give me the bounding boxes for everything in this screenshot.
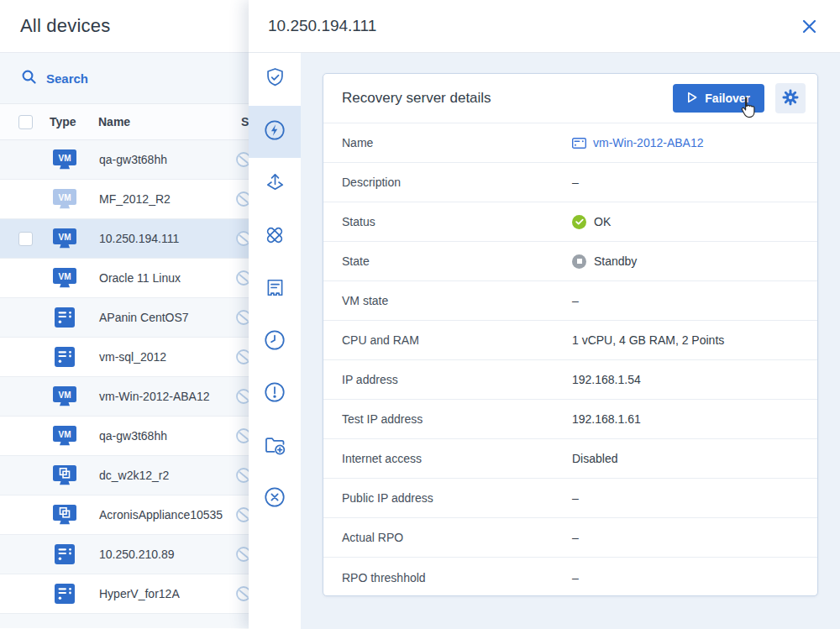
device-name: dc_w2k12_r2: [99, 469, 169, 482]
device-name: qa-gw3t68hh: [99, 429, 167, 443]
device-name: 10.250.194.111: [99, 232, 179, 245]
vm-icon: VM: [50, 425, 79, 447]
field-label: RPO threshhold: [342, 571, 572, 584]
svg-text:VM: VM: [59, 193, 71, 202]
device-detail-panel: 10.250.194.111 Recovery server details: [249, 0, 840, 629]
field-label: Actual RPO: [342, 531, 572, 544]
detail-panel-title: 10.250.194.111: [268, 17, 800, 35]
action-rail: [249, 53, 301, 629]
field-label: Status: [342, 215, 572, 228]
rail-item-delete[interactable]: [249, 473, 301, 526]
server-icon: [50, 307, 79, 328]
shield-check-icon: [264, 66, 286, 92]
svg-text:VM: VM: [59, 430, 71, 439]
page-title: All devices: [20, 15, 110, 37]
field-label: State: [342, 254, 572, 268]
rail-item-crossed-capsules[interactable]: [249, 211, 301, 264]
field-value: –: [572, 294, 579, 307]
standby-status-icon: [572, 254, 586, 269]
rail-item-alert[interactable]: [249, 368, 301, 421]
alert-icon: [263, 380, 286, 407]
field-row: Description–: [323, 163, 817, 202]
select-all-checkbox[interactable]: [18, 115, 33, 129]
add-folder-icon: [263, 433, 286, 460]
delete-icon: [263, 485, 286, 512]
rail-item-clock[interactable]: [249, 316, 301, 369]
vm-icon: VM: [50, 228, 79, 249]
vm-icon: VM: [50, 267, 79, 289]
row-checkbox[interactable]: [18, 232, 33, 246]
field-row: IP address192.168.1.54: [323, 360, 817, 400]
device-name: qa-gw3t68hh: [99, 153, 167, 166]
svg-text:VM: VM: [59, 391, 71, 400]
svg-text:VM: VM: [59, 154, 71, 163]
field-row: Public IP address–: [323, 479, 817, 518]
svg-text:VM: VM: [59, 233, 71, 242]
settings-button[interactable]: [775, 83, 806, 113]
search-label: Search: [46, 71, 88, 86]
rail-item-plan-document[interactable]: [249, 263, 301, 316]
ok-status-icon: [572, 215, 586, 229]
field-value: 192.168.1.54: [572, 373, 641, 386]
vm-icon: VM: [50, 385, 79, 407]
field-value: 1 vCPU, 4 GB RAM, 2 Points: [572, 333, 724, 347]
server-icon: [50, 346, 79, 368]
appliance-icon: [50, 464, 79, 486]
device-name: vm-Win-2012-ABA12: [99, 390, 210, 403]
card-header: Recovery server details Failover: [323, 74, 817, 123]
vm-icon: VM: [50, 188, 79, 210]
crossed-capsules-icon: [263, 223, 286, 250]
rail-item-lightning[interactable]: [249, 106, 301, 159]
field-row: VM state–: [323, 281, 817, 321]
card-title: Recovery server details: [342, 90, 673, 107]
device-name: 10.250.210.89: [99, 548, 175, 561]
gear-icon: [781, 88, 800, 109]
clock-icon: [263, 328, 286, 355]
server-name-link[interactable]: vm-Win-2012-ABA12: [572, 136, 704, 149]
field-label: Description: [342, 176, 572, 189]
recovery-server-icon: [572, 138, 586, 149]
rail-item-recovery[interactable]: [249, 158, 301, 211]
close-icon[interactable]: [800, 17, 818, 35]
device-name: vm-sql_2012: [99, 350, 166, 364]
field-value: –: [572, 491, 579, 505]
detail-content: Recovery server details Failover: [301, 53, 840, 629]
field-row: Internet accessDisabled: [323, 439, 817, 479]
field-label: Internet access: [342, 452, 572, 465]
field-row: Test IP address192.168.1.61: [323, 400, 817, 439]
field-row: Actual RPO–: [323, 518, 817, 558]
device-name: MF_2012_R2: [99, 192, 171, 206]
field-label: Name: [342, 136, 572, 149]
field-row: StatusOK: [323, 202, 817, 242]
rail-item-shield-check[interactable]: [249, 53, 301, 106]
field-rows: Namevm-Win-2012-ABA12Description–StatusO…: [323, 123, 817, 596]
rail-item-add-folder[interactable]: [249, 421, 301, 474]
detail-panel-header: 10.250.194.111: [249, 0, 840, 53]
field-label: CPU and RAM: [342, 333, 572, 347]
state-value: Standby: [572, 254, 637, 269]
field-value: –: [572, 176, 579, 189]
appliance-icon: [50, 504, 79, 526]
server-icon: [50, 543, 79, 565]
field-value: 192.168.1.61: [572, 412, 641, 426]
recovery-server-card: Recovery server details Failover: [323, 73, 818, 596]
plan-document-icon: [264, 276, 286, 302]
field-label: Public IP address: [342, 491, 572, 505]
column-header-type: Type: [50, 115, 98, 128]
failover-button[interactable]: Failover: [673, 84, 764, 113]
recovery-icon: [264, 171, 286, 197]
server-icon: [50, 583, 79, 605]
device-name: HyperV_for12A: [99, 587, 180, 600]
device-name: AcronisAppliance10535: [99, 508, 223, 522]
field-row: CPU and RAM1 vCPU, 4 GB RAM, 2 Points: [323, 321, 817, 360]
failover-label: Failover: [705, 92, 750, 105]
search-icon: [21, 69, 37, 88]
svg-text:VM: VM: [59, 272, 71, 281]
field-row: RPO threshhold–: [323, 558, 817, 596]
detail-panel-body: Recovery server details Failover: [249, 53, 840, 629]
field-value: –: [572, 531, 579, 544]
device-name: Oracle 11 Linux: [99, 271, 181, 285]
column-header-name: Name: [98, 115, 233, 128]
device-name: APanin CentOS7: [99, 311, 189, 324]
vm-icon: VM: [50, 149, 79, 170]
